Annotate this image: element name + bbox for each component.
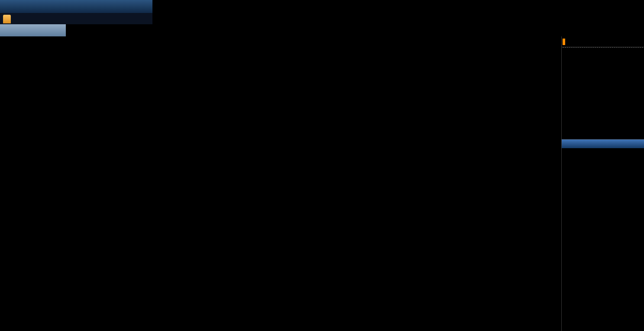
tape-header[interactable] <box>562 140 644 148</box>
recent-bar <box>0 13 152 24</box>
menu-bar <box>0 0 152 13</box>
stock-badge-icon <box>563 39 565 45</box>
chart-canvas[interactable] <box>0 36 561 323</box>
quote-panel <box>561 36 644 331</box>
app-window <box>0 0 644 331</box>
tab-recent[interactable] <box>3 15 11 23</box>
book-divider <box>563 47 643 49</box>
chart-area[interactable] <box>0 36 561 323</box>
toolbar <box>0 24 66 36</box>
stock-title[interactable] <box>562 36 644 47</box>
order-book <box>562 47 644 140</box>
